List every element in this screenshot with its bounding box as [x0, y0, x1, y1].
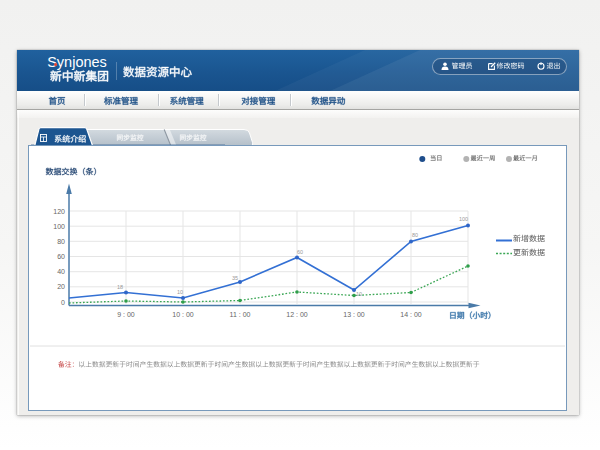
- svg-text:9 : 00: 9 : 00: [117, 311, 135, 318]
- svg-text:20: 20: [57, 283, 65, 290]
- svg-text:12 : 00: 12 : 00: [286, 311, 308, 318]
- svg-text:0: 0: [61, 299, 65, 306]
- svg-text:80: 80: [57, 238, 65, 245]
- svg-text:10: 10: [356, 291, 362, 297]
- svg-text:100: 100: [459, 216, 468, 222]
- svg-text:35: 35: [232, 275, 238, 281]
- svg-text:100: 100: [53, 223, 65, 230]
- svg-text:14 : 00: 14 : 00: [400, 311, 422, 318]
- svg-text:120: 120: [53, 208, 65, 215]
- svg-text:13 : 00: 13 : 00: [343, 311, 365, 318]
- svg-text:40: 40: [57, 268, 65, 275]
- svg-text:11 : 00: 11 : 00: [230, 311, 251, 318]
- svg-text:80: 80: [412, 232, 418, 238]
- svg-text:10: 10: [177, 289, 183, 295]
- svg-text:10 : 00: 10 : 00: [172, 311, 194, 318]
- svg-text:60: 60: [57, 253, 65, 260]
- svg-text:60: 60: [297, 249, 303, 255]
- svg-text:18: 18: [117, 284, 123, 290]
